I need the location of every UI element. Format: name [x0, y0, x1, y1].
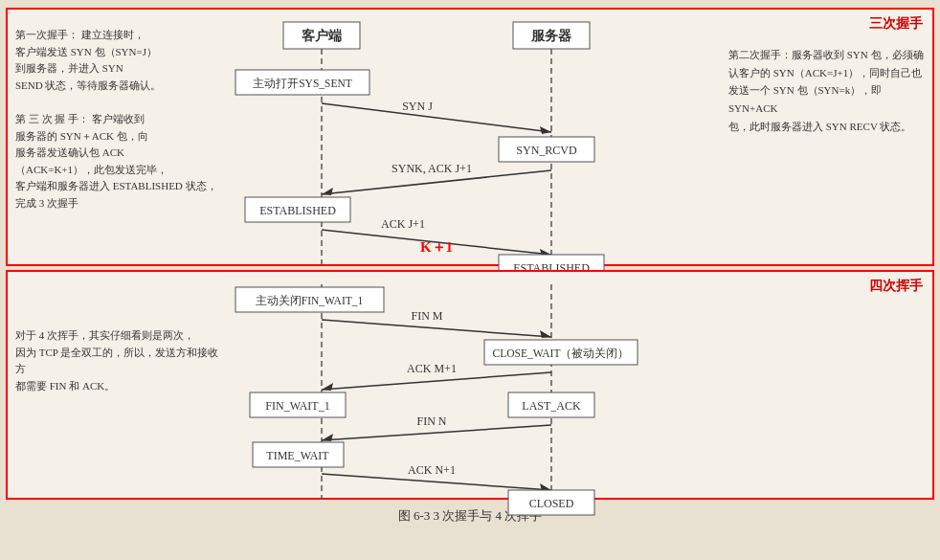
svg-text:CLOSED: CLOSED	[529, 497, 574, 510]
svg-marker-7	[540, 126, 551, 134]
svg-marker-39	[322, 434, 333, 441]
bottom-left-text: 对于 4 次挥手，其实仔细看则是两次， 因为 TCP 是全双工的，所以，发送方和…	[15, 280, 226, 490]
svg-text:ESTABLISHED: ESTABLISHED	[259, 204, 336, 217]
top-panel: 三次握手 第一次握手： 建立连接时， 客户端发送 SYN 包（SYN=J） 到服…	[6, 8, 934, 266]
top-left-text: 第一次握手： 建立连接时， 客户端发送 SYN 包（SYN=J） 到服务器，并进…	[15, 17, 226, 257]
svg-line-6	[322, 103, 551, 132]
svg-text:SYNK, ACK J+1: SYNK, ACK J+1	[392, 162, 472, 175]
svg-text:ACK J+1: ACK J+1	[381, 217, 425, 231]
server-header: 服务器	[530, 28, 572, 43]
svg-marker-12	[322, 188, 333, 195]
bottom-right-spacer	[724, 280, 925, 490]
top-diagram: 客户端 服务器 主动打开SYS_SENT SYN J SYN_RCVD	[226, 17, 724, 257]
svg-text:LAST_ACK: LAST_ACK	[522, 399, 581, 413]
top-diagram-svg: 客户端 服务器 主动打开SYS_SENT SYN J SYN_RCVD	[226, 17, 724, 257]
top-panel-label: 三次握手	[869, 15, 923, 33]
svg-text:主动关闭FIN_WAIT_1: 主动关闭FIN_WAIT_1	[256, 294, 364, 306]
svg-text:ACK M+1: ACK M+1	[407, 362, 457, 375]
client-header: 客户端	[302, 28, 342, 43]
svg-text:主动打开SYS_SENT: 主动打开SYS_SENT	[253, 77, 352, 89]
top-right-text: 第二次握手：服务器收到 SYN 包，必须确 认客户的 SYN（ACK=J+1），…	[724, 17, 925, 257]
svg-text:ACK N+1: ACK N+1	[408, 463, 456, 477]
svg-text:SYN J: SYN J	[402, 100, 433, 113]
bottom-panel-label: 四次挥手	[869, 278, 923, 295]
svg-text:FIN_WAIT_1: FIN_WAIT_1	[265, 399, 329, 413]
bottom-diagram: 主动关闭FIN_WAIT_1 FIN M CLOSE_WAIT（被动关闭） AC…	[226, 280, 724, 490]
svg-text:FIN N: FIN N	[416, 414, 446, 428]
svg-marker-32	[322, 383, 333, 391]
svg-marker-27	[540, 330, 551, 338]
main-container: 三次握手 第一次握手： 建立连接时， 客户端发送 SYN 包（SYN=J） 到服…	[6, 8, 934, 526]
svg-text:SYN_RCVD: SYN_RCVD	[516, 144, 577, 157]
bottom-panel: 四次挥手 对于 4 次挥手，其实仔细看则是两次， 因为 TCP 是全双工的，所以…	[6, 270, 934, 500]
svg-text:CLOSE_WAIT（被动关闭）: CLOSE_WAIT（被动关闭）	[493, 347, 630, 360]
svg-text:K＋1: K＋1	[420, 239, 453, 255]
bottom-diagram-svg: 主动关闭FIN_WAIT_1 FIN M CLOSE_WAIT（被动关闭） AC…	[226, 280, 724, 490]
caption: 图 6-3 3 次握手与 4 次挥手	[6, 504, 934, 526]
svg-text:FIN M: FIN M	[411, 309, 442, 323]
svg-text:TIME_WAIT: TIME_WAIT	[266, 449, 329, 462]
